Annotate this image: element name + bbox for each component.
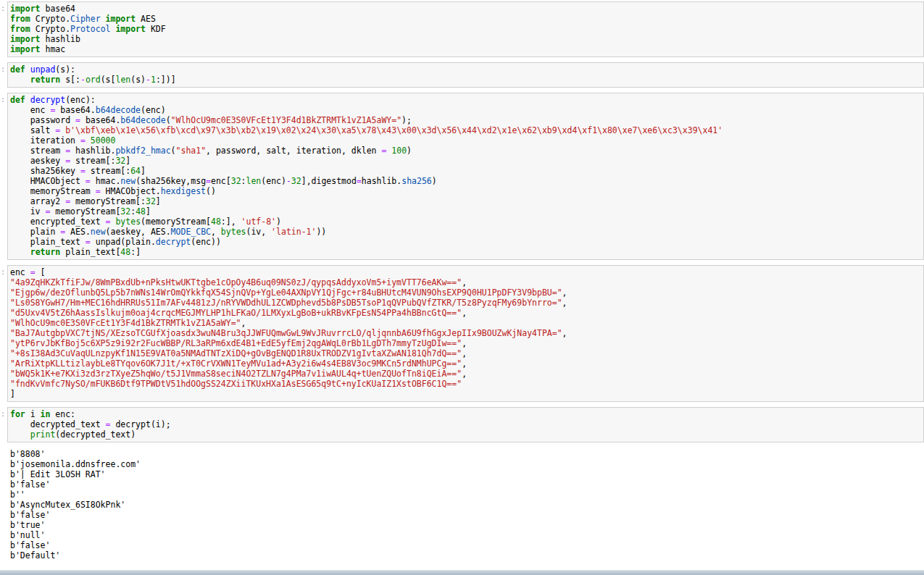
code-line: import hashlib <box>10 34 920 44</box>
code-line: "ArRiXtpKLLtizlaybLe8TYqov6OK7J1t/+xT0Cr… <box>10 358 920 369</box>
code-cell: :def unpad(s): return s[:-ord(s[len(s)-1… <box>0 62 924 88</box>
code-cell-input[interactable]: def decrypt(enc): enc = base64.b64decode… <box>7 93 924 260</box>
output-line: b'false' <box>10 540 924 550</box>
output-line: b'AsyncMutex_6SI8OkPnk' <box>10 500 924 510</box>
output-line: b'null' <box>10 530 924 540</box>
code-line: plain_text = unpad(plain.decrypt(enc)) <box>10 237 920 247</box>
code-line: stream = hashlib.pbkdf2_hmac("sha1", pas… <box>10 146 920 156</box>
code-line: plain = AES.new(aeskey, AES.MODE_CBC, by… <box>10 227 920 237</box>
code-line: decrypted_text = decrypt(i); <box>10 419 920 429</box>
code-line: iv = memoryStream[32:48] <box>10 206 920 217</box>
code-line: import hmac <box>10 44 920 54</box>
output-line: b'| Edit 3LOSH RAT' <box>10 469 924 479</box>
cell-prompt-colon: : <box>1 96 5 104</box>
code-line: enc = base64.b64decode(enc) <box>10 105 920 115</box>
code-line: return plain_text[48:] <box>10 247 920 257</box>
code-cell: :def decrypt(enc): enc = base64.b64decod… <box>0 93 924 260</box>
code-cell: :for i in enc: decrypted_text = decrypt(… <box>0 407 924 442</box>
code-line: enc = [ <box>10 267 920 277</box>
code-line: print(decrypted_text) <box>10 429 920 440</box>
code-line: "ytP6rvJbKfBoj5c6XP5z9i92r2FucWBBP/RL3aR… <box>10 338 920 348</box>
code-line: "4a9ZqHKZkTfiFJw/8WmPBxdUb+nPksHtwUKTtgb… <box>10 277 920 288</box>
cell-prompt-colon: : <box>1 410 5 419</box>
output-line: b'false' <box>10 510 924 520</box>
code-line: from Crypto.Protocol import KDF <box>10 24 920 34</box>
output-line: b'' <box>10 490 924 500</box>
output-line: b'Default' <box>10 550 924 561</box>
code-line: "bWQ5k1K+e7KXi3zd3rzTXyeZ5hqWo/t5J1VmmaS… <box>10 369 920 379</box>
code-line: def decrypt(enc): <box>10 95 920 105</box>
cell-prompt-colon: : <box>1 65 5 74</box>
code-cell-input[interactable]: for i in enc: decrypted_text = decrypt(i… <box>7 407 924 442</box>
code-line: password = base64.b64decode("WlhOcU9mc0E… <box>10 115 920 125</box>
code-line: HMACObject = hmac.new(sha256key,msg=enc[… <box>10 176 920 186</box>
code-line: from Crypto.Cipher import AES <box>10 14 920 24</box>
code-line: salt = b'\xbf\xeb\x1e\x56\xfb\xcd\x97\x3… <box>10 125 920 135</box>
code-line: "d5Uxv4V5tZ6hAassIslkujm0oaj4crqcMEGJMYL… <box>10 308 920 318</box>
code-line: iteration = 50000 <box>10 135 920 146</box>
code-line: array2 = memoryStream[:32] <box>10 196 920 206</box>
code-line: aeskey = stream[:32] <box>10 156 920 166</box>
output-line: b'false' <box>10 479 924 490</box>
cell-prompt-colon: : <box>1 268 5 277</box>
code-line: "Ls0S8YGwH7/Hm+MEC16hdHRRUs51Im7AFv4481z… <box>10 298 920 308</box>
code-line: encrypted_text = bytes(memoryStream[48:]… <box>10 217 920 227</box>
code-cell-input[interactable]: def unpad(s): return s[:-ord(s[len(s)-1:… <box>7 62 924 88</box>
output-line: b'8808' <box>10 449 924 459</box>
code-line: ] <box>10 389 920 399</box>
cell-output: b'8808'b'josemonila.ddnsfree.com'b'| Edi… <box>0 449 924 561</box>
code-cell: :enc = ["4a9ZqHKZkTfiFJw/8WmPBxdUb+nPksH… <box>0 265 924 402</box>
code-cell-input[interactable]: import base64from Crypto.Cipher import A… <box>7 1 924 57</box>
code-line: for i in enc: <box>10 409 920 419</box>
code-line: "Ejgp6w/dezOflunbQ5Lp5b7nWNs14WrOmQYkkfq… <box>10 288 920 298</box>
code-line: def unpad(s): <box>10 64 920 75</box>
code-line: memoryStream = HMACObject.hexdigest() <box>10 186 920 196</box>
cell-prompt-colon: : <box>1 4 5 13</box>
code-line: return s[:-ord(s[len(s)-1:])] <box>10 75 920 85</box>
code-cell-input[interactable]: enc = ["4a9ZqHKZkTfiFJw/8WmPBxdUb+nPksHt… <box>7 265 924 402</box>
code-line: "BaJ7AutgbpVXC7tjNS/XEzsoTCGUfXjoasdx3wu… <box>10 328 920 338</box>
window-bottom-edge <box>0 570 924 575</box>
notebook: :import base64from Crypto.Cipher import … <box>0 0 924 561</box>
code-line: sha256key = stream[:64] <box>10 166 920 176</box>
output-line: b'true' <box>10 520 924 530</box>
output-line: b'josemonila.ddnsfree.com' <box>10 459 924 469</box>
code-cell: :import base64from Crypto.Cipher import … <box>0 1 924 57</box>
code-line: "fndKvVmfc7NySO/mFUKB6Dtf9TPWDtV51hdOOgS… <box>10 379 920 389</box>
code-line: import base64 <box>10 4 920 14</box>
code-line: "WlhOcU9mc0E3S0VFcEt1Y3F4d1BkZTRMTk1vZ1A… <box>10 318 920 328</box>
code-line: "+8sI38Ad3CuVaqULnzpyKf1N15E9VAT0a5NMAdT… <box>10 348 920 358</box>
